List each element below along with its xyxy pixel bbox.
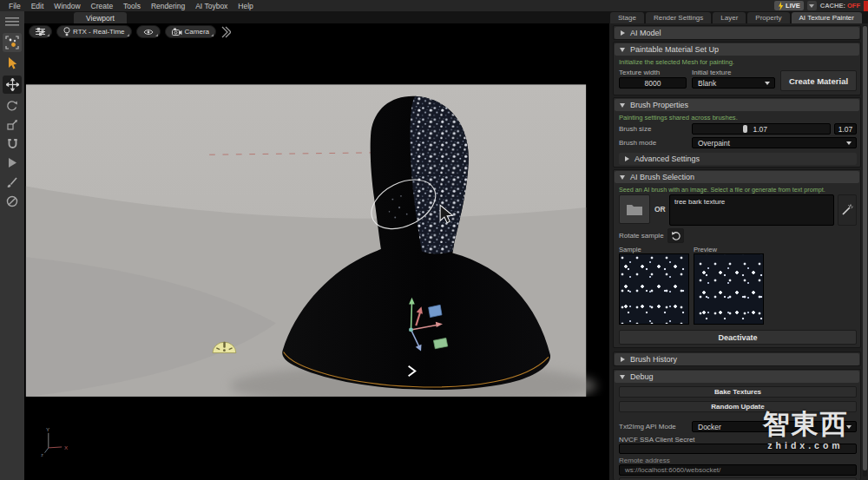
paintable-desc: Initialize the selected Mesh for paintin… <box>619 58 734 66</box>
menu-window[interactable]: Window <box>49 2 85 10</box>
section-ai-model: AI Model <box>613 25 861 40</box>
ai-model-title: AI Model <box>630 29 661 37</box>
prompt-input[interactable]: tree bark texture <box>669 194 834 226</box>
magic-wand-icon <box>840 203 854 217</box>
cache-value: OFF <box>847 2 860 10</box>
live-button[interactable]: LIVE <box>774 1 804 10</box>
generate-button[interactable] <box>838 194 857 226</box>
tab-render-settings[interactable]: Render Settings <box>646 12 711 23</box>
api-mode-label: Txt2Img API Mode <box>619 423 676 431</box>
renderer-button[interactable]: RTX - Real-Time <box>56 25 132 38</box>
menu-file[interactable]: File <box>3 2 26 10</box>
preview-label: Preview <box>694 246 717 253</box>
debug-header[interactable]: Debug <box>615 371 859 383</box>
brush-props-desc: Painting settings shared across brushes. <box>619 114 738 122</box>
select-tool-button[interactable] <box>3 56 22 71</box>
menu-edit[interactable]: Edit <box>26 2 49 10</box>
initial-texture-dropdown[interactable]: Blank <box>692 77 775 89</box>
live-label: LIVE <box>786 2 800 10</box>
menu-create[interactable]: Create <box>86 2 119 10</box>
random-update-button[interactable]: Random Update <box>619 401 857 412</box>
ai-brush-header[interactable]: AI Brush Selection <box>615 171 859 183</box>
visibility-button[interactable] <box>136 25 161 38</box>
api-mode-value: Docker <box>698 423 721 431</box>
section-brush-properties: Brush Properties Painting settings share… <box>613 97 861 168</box>
texture-width-input[interactable]: 8000 <box>619 77 687 89</box>
toolbar-expand-chevron[interactable] <box>220 26 231 38</box>
brush-size-label: Brush size <box>619 125 651 133</box>
disable-button[interactable] <box>3 194 22 208</box>
preview-thumbnail[interactable] <box>694 253 764 325</box>
magnet-icon <box>7 138 18 150</box>
client-secret-input[interactable] <box>619 444 857 454</box>
expanded-arrow-icon <box>620 48 625 52</box>
tab-layer[interactable]: Layer <box>713 12 746 23</box>
cache-status: CACHE: OFF <box>820 2 860 10</box>
right-tabs: Stage Render Settings Layer Property AI … <box>610 12 862 23</box>
record-indicator <box>864 1 868 11</box>
rotate-tool-button[interactable] <box>3 98 22 113</box>
ai-model-header[interactable]: AI Model <box>615 27 859 39</box>
panel-scrollbar[interactable] <box>863 25 867 477</box>
eye-icon <box>143 29 154 36</box>
axis-y-label: Y <box>46 426 49 432</box>
brush-size-slider[interactable]: 1.07 <box>692 123 831 135</box>
tab-property[interactable]: Property <box>747 12 789 23</box>
remote-address-label: Remote address <box>619 457 670 464</box>
collapsed-arrow-icon <box>621 30 625 36</box>
toolbar-menu-button[interactable] <box>3 14 22 29</box>
ai-brush-desc: Seed an AI brush with an image. Select a… <box>619 186 825 194</box>
brush-mode-label: Brush mode <box>619 139 656 147</box>
sample-label: Sample <box>619 246 641 253</box>
sample-thumbnail[interactable] <box>619 253 689 325</box>
tab-row: Viewport Stage Render Settings Layer Pro… <box>24 11 868 23</box>
axis-z-label: z <box>41 452 43 457</box>
bake-textures-button[interactable]: Bake Textures <box>619 386 857 398</box>
tab-viewport[interactable]: Viewport <box>74 12 127 23</box>
snap-tool-button[interactable] <box>3 136 22 151</box>
menu-tools[interactable]: Tools <box>118 2 146 10</box>
menu-help[interactable]: Help <box>233 2 258 10</box>
deactivate-button[interactable]: Deactivate <box>619 330 857 345</box>
brush-mode-dropdown[interactable]: Overpaint <box>692 137 857 148</box>
paintable-header[interactable]: Paintable Material Set Up <box>615 43 859 56</box>
rotate-ccw-icon <box>671 231 681 241</box>
scale-icon <box>6 119 18 131</box>
scale-tool-button[interactable] <box>3 117 22 132</box>
axis-x-label: X <box>64 444 68 450</box>
rotate-sample-button[interactable] <box>667 228 684 243</box>
remote-address-input[interactable]: ws://localhost:6060/websocket/ <box>619 464 857 476</box>
lightbulb-icon <box>63 27 70 36</box>
expanded-arrow-icon <box>620 375 625 379</box>
api-mode-dropdown[interactable]: Docker <box>692 421 857 432</box>
left-toolbar <box>0 11 24 480</box>
paint-brush-button[interactable] <box>3 174 22 189</box>
texture-width-label: Texture width <box>619 69 660 76</box>
camera-icon <box>172 28 182 36</box>
viewport-3d[interactable]: Y X z RT <box>24 23 609 480</box>
or-divider-label: OR <box>654 205 666 214</box>
brush-history-title: Brush History <box>630 355 677 364</box>
live-dropdown[interactable] <box>807 1 817 10</box>
tab-stage[interactable]: Stage <box>610 12 644 23</box>
select-mode-button[interactable] <box>3 33 22 52</box>
brush-mode-value: Overpaint <box>698 139 730 148</box>
play-button[interactable] <box>3 155 22 170</box>
open-file-button[interactable] <box>619 194 650 224</box>
brush-size-field[interactable]: 1.07 <box>834 123 857 135</box>
menu-ai-toybox[interactable]: AI Toybox <box>190 2 233 10</box>
advanced-settings-header[interactable]: Advanced Settings <box>619 153 857 165</box>
create-material-button[interactable]: Create Material <box>780 70 857 91</box>
brush-history-header[interactable]: Brush History <box>615 353 859 365</box>
slider-handle[interactable] <box>743 125 747 133</box>
tab-ai-texture-painter[interactable]: AI Texture Painter <box>792 12 862 23</box>
chevron-down-icon <box>846 425 852 429</box>
viewport-settings-button[interactable] <box>29 25 52 38</box>
move-tool-button[interactable] <box>3 76 22 94</box>
brush-properties-header[interactable]: Brush Properties <box>615 99 859 111</box>
camera-button[interactable]: Camera <box>165 25 216 38</box>
scrollbar-thumb[interactable] <box>863 26 867 470</box>
menu-bar: File Edit Window Create Tools Rendering … <box>0 0 868 11</box>
menu-rendering[interactable]: Rendering <box>146 2 190 10</box>
viewport-toolbar: RTX - Real-Time Camera <box>29 25 231 38</box>
